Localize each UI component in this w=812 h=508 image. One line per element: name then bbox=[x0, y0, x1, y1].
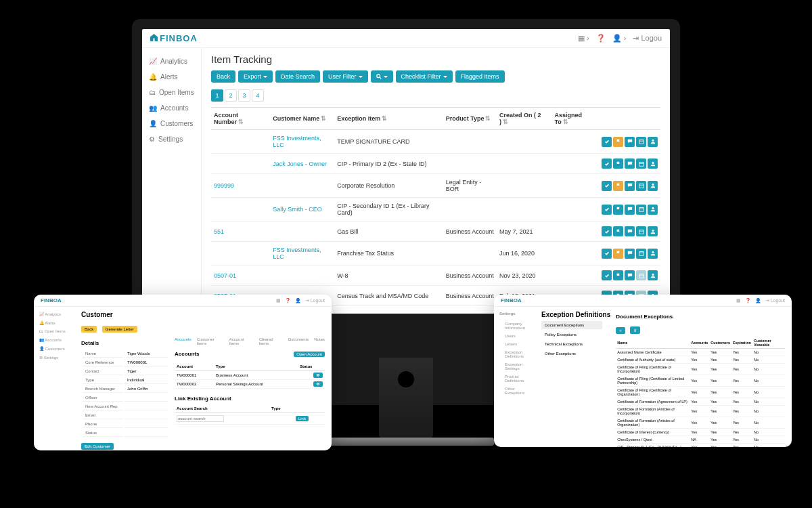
sidebar-item-analytics[interactable]: 📈 Analytics bbox=[142, 54, 201, 69]
view-account[interactable]: 👁 bbox=[313, 373, 323, 378]
flag-action[interactable] bbox=[613, 181, 623, 191]
col-customer[interactable]: Customer Name⇅ bbox=[270, 108, 334, 130]
customer-link[interactable]: FSS Investments, LLC bbox=[273, 247, 321, 260]
add-button[interactable]: + bbox=[616, 327, 625, 334]
date-action[interactable] bbox=[636, 270, 646, 280]
comment-action[interactable] bbox=[625, 249, 635, 259]
help-icon[interactable]: ❓ bbox=[596, 34, 606, 43]
check-action[interactable] bbox=[602, 158, 612, 169]
check-action[interactable] bbox=[602, 137, 612, 147]
grid-icon[interactable]: ▦ › bbox=[578, 34, 589, 43]
check-action[interactable] bbox=[602, 226, 612, 236]
back-button[interactable]: Back bbox=[211, 70, 235, 83]
assign-action[interactable] bbox=[648, 137, 658, 147]
flag-action[interactable] bbox=[613, 137, 623, 147]
generate-letter-chip[interactable]: Generate Letter bbox=[102, 326, 137, 333]
tab-customer-items[interactable]: Customer Items bbox=[197, 337, 224, 345]
customer-link[interactable]: Sally Smith - CEO bbox=[273, 206, 322, 213]
assign-action[interactable] bbox=[648, 158, 658, 169]
tab-documents[interactable]: Documents bbox=[288, 337, 309, 345]
date-search-button[interactable]: Date Search bbox=[275, 70, 320, 83]
comment-action[interactable] bbox=[625, 181, 635, 191]
logout-link[interactable]: ⇥ Logou bbox=[633, 34, 662, 43]
col-exception[interactable]: Exception Item⇅ bbox=[334, 108, 443, 130]
page-1[interactable]: 1 bbox=[211, 89, 223, 102]
settings-item[interactable]: Exception Definitions bbox=[499, 348, 529, 360]
settings-item[interactable]: Product Definitions bbox=[499, 373, 529, 385]
flag-action[interactable] bbox=[613, 270, 623, 280]
edit-customer-button[interactable]: Edit Customer bbox=[81, 443, 114, 450]
def-item[interactable]: Technical Exceptions bbox=[541, 340, 602, 348]
date-action[interactable] bbox=[636, 181, 646, 191]
col-created[interactable]: Created On ( 2 )⇅ bbox=[497, 108, 551, 130]
col-account[interactable]: Account Number⇅ bbox=[211, 108, 270, 130]
sidebar-item-open-items[interactable]: 🗂 Open Items bbox=[142, 85, 201, 100]
comment-action[interactable] bbox=[625, 158, 635, 169]
assign-action[interactable] bbox=[648, 181, 658, 191]
settings-item[interactable]: Other Exceptions bbox=[499, 385, 529, 397]
account-link[interactable]: 551 bbox=[214, 228, 224, 235]
assign-action[interactable] bbox=[648, 205, 658, 215]
user-filter-button[interactable]: User Filter bbox=[323, 70, 368, 83]
def-item[interactable]: Document Exceptions bbox=[541, 321, 602, 329]
comment-action[interactable] bbox=[625, 226, 635, 236]
back-chip[interactable]: Back bbox=[81, 326, 97, 333]
tab-account-items[interactable]: Account Items bbox=[229, 337, 254, 345]
settings-item[interactable]: Letters bbox=[499, 340, 529, 348]
account-link[interactable]: 999999 bbox=[214, 182, 234, 189]
customer-link[interactable]: FSS Investments, LLC bbox=[273, 135, 321, 148]
assign-action[interactable] bbox=[648, 270, 658, 280]
lp-side-item[interactable]: 👤 Customers bbox=[34, 344, 74, 353]
col-assigned[interactable]: Assigned To⇅ bbox=[552, 108, 599, 130]
page-2[interactable]: 2 bbox=[225, 89, 237, 102]
sidebar-item-alerts[interactable]: 🔔 Alerts bbox=[142, 69, 201, 85]
checklist-filter-button[interactable]: Checklist Filter bbox=[396, 70, 453, 83]
col-product[interactable]: Product Type⇅ bbox=[443, 108, 497, 130]
check-action[interactable] bbox=[602, 181, 612, 191]
assign-action[interactable] bbox=[648, 249, 658, 259]
comment-action[interactable] bbox=[625, 205, 635, 215]
comment-action[interactable] bbox=[625, 270, 635, 280]
open-account-button[interactable]: Open Account bbox=[294, 352, 325, 357]
tab-cleared-items[interactable]: Cleared Items bbox=[259, 337, 283, 345]
lp-side-item[interactable]: ⚙ Settings bbox=[34, 353, 74, 362]
sidebar-item-accounts[interactable]: 👥 Accounts bbox=[142, 100, 201, 116]
date-action[interactable] bbox=[636, 226, 646, 236]
lp-side-item[interactable]: 📈 Analytics bbox=[34, 310, 74, 318]
lp-side-item[interactable]: 🗂 Open Items bbox=[34, 327, 74, 335]
flag-action[interactable] bbox=[613, 158, 623, 169]
flag-action[interactable] bbox=[613, 249, 623, 259]
settings-item[interactable]: Company Information bbox=[499, 320, 529, 332]
tab-accounts[interactable]: Accounts bbox=[175, 337, 191, 345]
page-3[interactable]: 3 bbox=[238, 89, 250, 102]
def-item[interactable]: Other Exceptions bbox=[541, 350, 602, 358]
user-icon[interactable]: 👤 › bbox=[612, 34, 627, 43]
sidebar-item-settings[interactable]: ⚙ Settings bbox=[142, 131, 201, 147]
check-action[interactable] bbox=[602, 270, 612, 280]
search-button[interactable] bbox=[371, 70, 393, 83]
comment-action[interactable] bbox=[625, 137, 635, 147]
customer-link[interactable]: Jack Jones - Owner bbox=[273, 161, 327, 167]
date-action[interactable] bbox=[636, 205, 646, 215]
assign-action[interactable] bbox=[648, 226, 658, 236]
flag-action[interactable] bbox=[613, 205, 623, 215]
tab-notes[interactable]: Notes bbox=[314, 337, 325, 345]
check-action[interactable] bbox=[602, 205, 612, 215]
account-search-input[interactable] bbox=[177, 415, 224, 422]
lp-side-item[interactable]: 🔔 Alerts bbox=[34, 318, 74, 327]
export-button[interactable]: Export bbox=[238, 70, 273, 83]
page-4[interactable]: 4 bbox=[252, 89, 264, 102]
date-action[interactable] bbox=[636, 158, 646, 169]
sidebar-item-customers[interactable]: 👤 Customers bbox=[142, 116, 201, 131]
date-action[interactable] bbox=[636, 137, 646, 147]
link-button[interactable]: Link bbox=[296, 416, 309, 421]
lp-side-item[interactable]: 👥 Accounts bbox=[34, 335, 74, 344]
settings-item[interactable]: Exception Settings bbox=[499, 360, 529, 373]
download-button[interactable]: ⬇ bbox=[630, 326, 640, 334]
view-account[interactable]: 👁 bbox=[313, 381, 323, 387]
flagged-button[interactable]: Flagged Items bbox=[455, 70, 505, 83]
settings-item[interactable]: Users bbox=[499, 332, 529, 340]
flag-action[interactable] bbox=[613, 226, 623, 236]
date-action[interactable] bbox=[636, 249, 646, 259]
check-action[interactable] bbox=[602, 249, 612, 259]
